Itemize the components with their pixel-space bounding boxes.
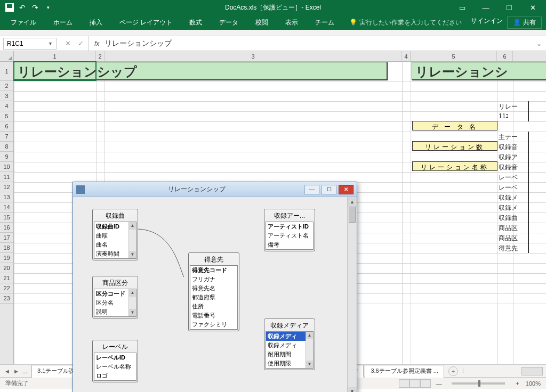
table-field-list[interactable]: 得意先コードフリガナ得意先名都道府県住所電話番号ファクシミリ	[190, 265, 238, 330]
table-t6[interactable]: 収録メディア収録メディ収録メディ耐用期間使用期限▲▼	[264, 318, 315, 370]
cell[interactable]: 得意先	[497, 243, 529, 253]
cell[interactable]: 商品区	[497, 233, 529, 243]
expand-formula-icon[interactable]: ⌄	[532, 40, 546, 47]
tab-review[interactable]: 校閲	[249, 16, 275, 29]
column-header[interactable]: 3	[105, 51, 402, 61]
cell[interactable]: リレー	[497, 101, 529, 111]
row-header[interactable]: 2	[0, 81, 13, 91]
row-header[interactable]: 15	[0, 213, 13, 223]
formula-input[interactable]: リレーションシップ	[105, 39, 172, 48]
table-field[interactable]: アーティスト名	[266, 231, 313, 240]
undo-icon[interactable]: ↶	[17, 2, 28, 13]
signin-link[interactable]: サインイン	[471, 17, 503, 29]
column-header[interactable]: 6	[497, 51, 513, 61]
sheet-nav-more2-icon[interactable]: ⋮	[460, 368, 466, 374]
tab-file[interactable]: ファイル	[4, 16, 43, 29]
row-header[interactable]: 20	[0, 263, 13, 273]
sheet-nav-more-icon[interactable]: ...	[22, 368, 27, 374]
ribbon-display-icon[interactable]: ▭	[455, 4, 469, 12]
table-field[interactable]: 収録メディ	[266, 341, 306, 350]
cell[interactable]: 11ｺ	[497, 111, 529, 121]
table-field-list[interactable]: 区分コード区分名説明▲▼	[94, 289, 136, 317]
table-field[interactable]: 収録曲ID	[94, 222, 129, 231]
table-field[interactable]: 耐用期間	[266, 350, 306, 359]
dialog-body[interactable]: 収録曲収録曲ID曲順曲名演奏時間▲▼商品区分区分コード区分名説明▲▼レーベルレー…	[73, 197, 357, 392]
row-header[interactable]: 19	[0, 253, 13, 263]
scroll-up-icon[interactable]: ▲	[348, 197, 357, 207]
table-field[interactable]: 使用期限	[266, 359, 306, 368]
row-header[interactable]: 14	[0, 202, 13, 213]
row-header[interactable]: 13	[0, 192, 13, 202]
sheet-hscrollbar[interactable]	[521, 367, 543, 375]
zoom-slider[interactable]	[452, 382, 505, 385]
qat-more-icon[interactable]: ▾	[43, 2, 53, 13]
table-field[interactable]: 区分コード	[94, 289, 129, 298]
label-relation-names[interactable]: リレーション名称	[412, 161, 497, 171]
cell[interactable]: 収録ア	[497, 152, 529, 162]
tab-team[interactable]: チーム	[309, 16, 341, 29]
zoom-level[interactable]: 100%	[526, 380, 541, 387]
tab-pagelayout[interactable]: ページ レイアウト	[113, 16, 179, 29]
dialog-titlebar[interactable]: リレーションシップ — ☐ ✕	[73, 182, 357, 197]
cell[interactable]: 収録メ	[497, 202, 529, 213]
row-header[interactable]: 11	[0, 172, 13, 182]
table-field[interactable]: 得意先名	[190, 284, 237, 293]
dialog-close-icon[interactable]: ✕	[339, 185, 354, 194]
table-field[interactable]: 得意先コード	[190, 266, 237, 275]
row-header[interactable]: 22	[0, 283, 13, 293]
row-header[interactable]: 23	[0, 293, 13, 304]
tab-insert[interactable]: 挿入	[83, 16, 109, 29]
row-header[interactable]: 9	[0, 152, 13, 162]
worksheet-grid[interactable]: 1234567891011121314151617181920212223 リレ…	[0, 62, 546, 364]
view-pagelayout-icon[interactable]	[410, 379, 420, 388]
view-pagebreak-icon[interactable]	[420, 379, 431, 388]
row-header[interactable]: 3	[0, 91, 13, 101]
table-field[interactable]: 説明	[94, 307, 129, 316]
cell-title-left[interactable]: リレーションシップ	[14, 62, 387, 80]
redo-icon[interactable]: ↷	[30, 2, 41, 13]
zoom-in-button[interactable]: ＋	[515, 379, 520, 387]
column-header[interactable]: 4	[402, 51, 411, 61]
row-header[interactable]: 18	[0, 243, 13, 253]
row-header[interactable]: 5	[0, 111, 13, 121]
scroll-thumb[interactable]	[349, 207, 356, 223]
row-header[interactable]: 8	[0, 142, 13, 152]
name-box[interactable]: R1C1 ▼	[3, 38, 57, 50]
relationships-dialog[interactable]: リレーションシップ — ☐ ✕ 収録曲収録曲ID曲順曲名演奏時間▲▼商品区分区分…	[73, 182, 357, 392]
column-header[interactable]: 2	[96, 51, 105, 61]
fx-icon[interactable]: fx	[89, 40, 105, 47]
cells-area[interactable]: リレーションシップ リレーションシ デ ー タ 名 リレーション数 リレーション…	[14, 62, 546, 364]
maximize-icon[interactable]: ☐	[502, 4, 516, 12]
label-data-name[interactable]: デ ー タ 名	[412, 121, 497, 130]
table-t3[interactable]: レーベルレーベルIDレーベル名称ロゴ	[92, 340, 138, 382]
chevron-down-icon[interactable]: ▼	[48, 41, 53, 46]
table-field[interactable]: 区分名	[94, 298, 129, 307]
cell[interactable]: 収録音	[497, 142, 529, 152]
row-header[interactable]: 21	[0, 273, 13, 283]
table-t5[interactable]: 収録アー...アーティストIDアーティスト名備考	[264, 209, 315, 251]
row-header[interactable]: 16	[0, 223, 13, 233]
table-t1[interactable]: 収録曲収録曲ID曲順曲名演奏時間▲▼	[92, 209, 138, 260]
select-all-corner[interactable]	[0, 51, 14, 61]
enter-formula-icon[interactable]: ✓	[76, 39, 85, 47]
row-header[interactable]: 10	[0, 162, 13, 172]
tab-formulas[interactable]: 数式	[183, 16, 208, 29]
row-header[interactable]: 6	[0, 121, 13, 132]
table-field-list[interactable]: アーティストIDアーティスト名備考	[266, 222, 314, 250]
row-header[interactable]: 1	[0, 62, 13, 81]
label-relation-count[interactable]: リレーション数	[412, 141, 497, 151]
tell-me-input[interactable]: 💡 実行したい作業を入力してください	[349, 18, 461, 27]
cell[interactable]: 収録メ	[497, 192, 529, 202]
scroll-down-icon[interactable]: ▼	[348, 387, 357, 392]
cell[interactable]: レーベ	[497, 182, 529, 192]
table-field[interactable]: アーティストID	[266, 222, 313, 231]
table-field[interactable]: 電話番号	[190, 311, 237, 320]
table-t2[interactable]: 商品区分区分コード区分名説明▲▼	[92, 276, 138, 318]
share-button[interactable]: 👤共有	[507, 17, 542, 29]
table-field[interactable]: ファクシミリ	[190, 320, 237, 329]
table-scrollbar[interactable]: ▲▼	[306, 332, 313, 368]
table-field[interactable]: ロゴ	[94, 371, 136, 380]
dialog-vscrollbar[interactable]: ▲ ▼	[347, 197, 357, 392]
cell[interactable]: レーベ	[497, 172, 529, 182]
table-field[interactable]: レーベルID	[94, 353, 136, 362]
